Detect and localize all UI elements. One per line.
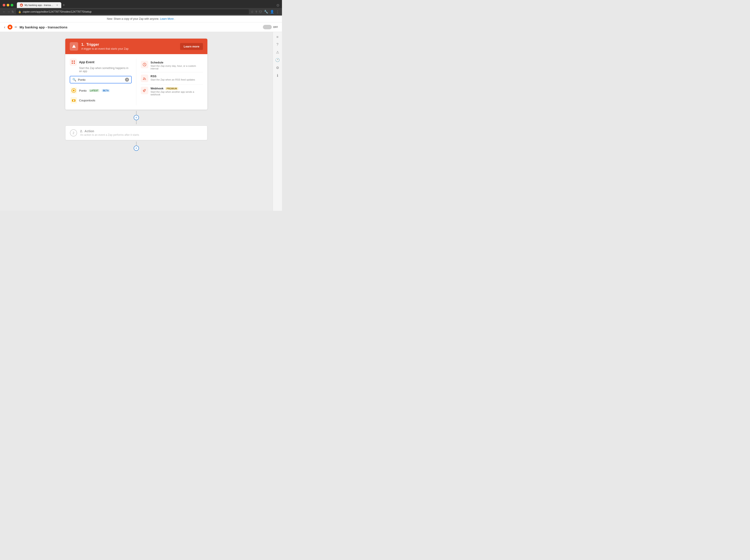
trigger-number: 1. — [81, 42, 84, 47]
zap-toggle[interactable] — [263, 25, 272, 29]
rss-option[interactable]: RSS Start the Zap when an RSS feed updat… — [141, 72, 203, 85]
profile-icon[interactable]: 👤 — [270, 10, 274, 14]
trigger-title: Trigger — [86, 42, 99, 47]
zapier-logo — [7, 25, 13, 29]
connector-top: + — [134, 111, 139, 124]
svg-point-2 — [74, 46, 74, 47]
svg-rect-3 — [72, 61, 73, 62]
learn-more-button[interactable]: Learn more — [180, 43, 203, 50]
url-field[interactable]: 🔒 zapier.com/app/editor/124778770/nodes/… — [16, 9, 249, 14]
banner-text: New: Share a copy of your Zap with anyon… — [107, 17, 159, 20]
schedule-desc: Start the Zap every day, hour, or a cust… — [151, 65, 203, 70]
sidebar-info-icon[interactable]: ℹ — [277, 74, 278, 78]
app-event-row: App Event — [70, 59, 132, 66]
sidebar-menu-icon[interactable]: ≡ — [276, 35, 278, 39]
trigger-card: 1. Trigger A trigger is an event that st… — [65, 39, 208, 110]
right-sidebar: ≡ ? ⚠ 🕐 ⚙ ℹ — [273, 32, 282, 211]
trigger-two-col: App Event Start the Zap when something h… — [70, 59, 203, 105]
search-results: Ponto LATEST BETA — [70, 86, 132, 105]
learn-more-banner-link[interactable]: Learn More — [160, 17, 174, 20]
menu-icon[interactable]: ⋮ — [276, 10, 279, 14]
schedule-option[interactable]: Schedule Start the Zap every day, hour, … — [141, 59, 203, 72]
left-col: App Event Start the Zap when something h… — [70, 59, 136, 105]
forward-nav-button[interactable]: → — [7, 10, 10, 14]
svg-rect-4 — [74, 61, 75, 62]
action-icon-circle: 2 — [70, 129, 77, 137]
action-title-text: Action — [84, 129, 94, 133]
action-text-block: 2. Action An action is an event a Zap pe… — [80, 129, 139, 137]
nav-buttons: ← → ↻ — [3, 10, 14, 14]
webhook-option[interactable]: Webhook PREMIUM Start the Zap when anoth… — [141, 85, 203, 98]
schedule-icon-box — [141, 61, 148, 68]
app-event-title: App Event — [79, 60, 94, 64]
refresh-nav-button[interactable]: ↻ — [12, 10, 14, 14]
svg-rect-5 — [72, 63, 73, 64]
back-nav-button[interactable]: ← — [3, 10, 6, 14]
action-title: 2. Action — [80, 129, 139, 133]
rss-icon-box — [141, 75, 148, 82]
sidebar-help-icon[interactable]: ? — [276, 43, 278, 47]
toggle-area: OFF — [263, 25, 278, 29]
ponto-name: Ponto — [79, 89, 86, 92]
latest-badge: LATEST — [89, 89, 99, 92]
star-icon[interactable]: ☆ — [251, 10, 254, 14]
schedule-text: Schedule Start the Zap every day, hour, … — [151, 61, 203, 70]
svg-point-12 — [143, 79, 144, 80]
tabs-bar: My banking app - transactions ✕ + — [17, 2, 65, 8]
help-icon[interactable]: ? — [255, 10, 257, 14]
close-button[interactable] — [3, 4, 5, 6]
clear-search-icon[interactable]: ✕ — [125, 78, 129, 82]
toolbar-right: ☆ ? 🛡 🔧 👤 ⋮ — [251, 10, 279, 14]
app-event-desc: Start the Zap when something happens in … — [79, 66, 132, 73]
add-action-button[interactable]: + — [134, 146, 139, 151]
banner-suffix: . — [174, 17, 175, 20]
tab-title: My banking app - transactions — [25, 4, 54, 6]
svg-rect-6 — [74, 63, 75, 64]
connector-bottom: + — [134, 142, 139, 151]
bottom-line-top — [136, 142, 137, 146]
active-tab[interactable]: My banking app - transactions ✕ — [17, 2, 61, 8]
right-col: Schedule Start the Zap every day, hour, … — [136, 59, 203, 105]
page-title: My banking app - transactions — [20, 25, 67, 29]
webhook-desc: Start the Zap when another app sends a w… — [151, 90, 203, 96]
svg-point-13 — [144, 90, 145, 91]
action-card[interactable]: 2 2. Action An action is an event a Zap … — [65, 126, 208, 140]
minimize-button[interactable] — [7, 4, 9, 6]
maximize-button[interactable] — [11, 4, 13, 6]
lock-icon: 🔒 — [18, 11, 21, 13]
trigger-subtitle: A trigger is an event that starts your Z… — [81, 47, 129, 50]
sidebar-settings-icon[interactable]: ⚙ — [276, 66, 279, 70]
webhook-icon-box — [141, 87, 148, 94]
trigger-title-block: 1. Trigger A trigger is an event that st… — [81, 42, 129, 50]
new-tab-button[interactable]: + — [63, 3, 65, 8]
shield-icon[interactable]: 🛡 — [259, 10, 262, 14]
action-desc: An action is an event a Zap performs aft… — [80, 133, 139, 137]
webhook-text: Webhook PREMIUM Start the Zap when anoth… — [151, 87, 203, 96]
rss-desc: Start the Zap when an RSS feed updates — [151, 78, 195, 81]
list-item[interactable]: Coupontools — [70, 96, 132, 105]
search-icon: 🔍 — [72, 78, 76, 81]
add-step-button[interactable]: + — [134, 115, 139, 120]
extensions-icon[interactable]: 🔧 — [264, 10, 268, 14]
edit-icon[interactable]: ✏ — [15, 25, 17, 29]
search-input[interactable] — [78, 78, 123, 81]
action-number: 2. — [80, 129, 83, 133]
webhook-title: Webhook PREMIUM — [151, 87, 203, 90]
sidebar-warning-icon[interactable]: ⚠ — [276, 50, 279, 54]
trigger-header-left: 1. Trigger A trigger is an event that st… — [70, 42, 129, 50]
tab-close-icon[interactable]: ✕ — [56, 4, 58, 7]
tab-favicon — [20, 3, 23, 7]
traffic-lights — [3, 4, 13, 6]
ponto-logo — [71, 87, 77, 94]
trigger-body: App Event Start the Zap when something h… — [65, 54, 208, 110]
app-event-icon — [70, 59, 77, 66]
beta-badge: BETA — [102, 89, 110, 92]
browser-extension-icon: ⊙ — [276, 3, 279, 7]
sidebar-history-icon[interactable]: 🕐 — [275, 58, 280, 62]
list-item[interactable]: Ponto LATEST BETA — [70, 86, 132, 96]
connector-line-bottom — [136, 120, 137, 124]
svg-point-8 — [73, 90, 75, 91]
coupontools-name: Coupontools — [79, 99, 95, 102]
search-box: 🔍 ✕ — [70, 76, 132, 83]
back-button[interactable]: ‹ — [4, 25, 5, 29]
